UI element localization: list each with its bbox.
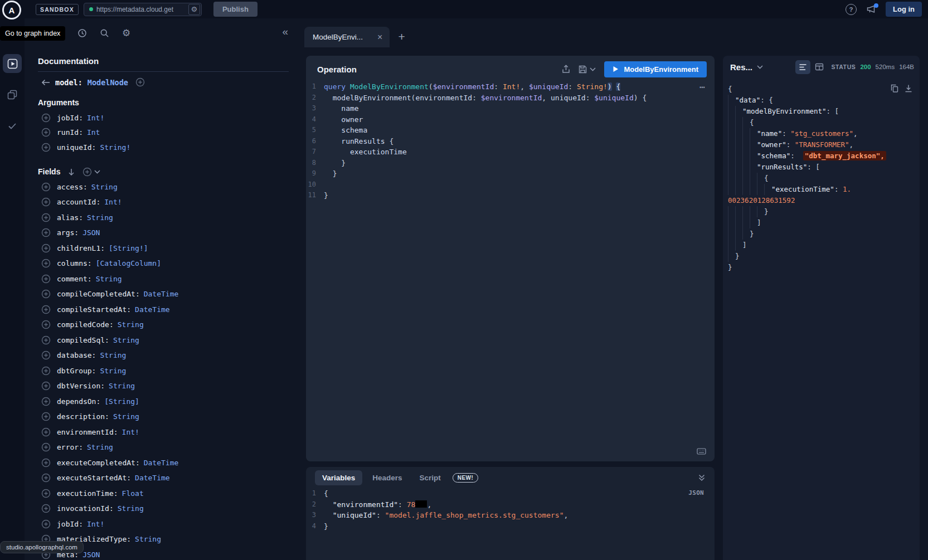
add-to-operation-icon[interactable]: [41, 213, 51, 222]
add-to-operation-icon[interactable]: [41, 519, 51, 529]
tab-variables[interactable]: Variables: [315, 470, 362, 485]
doc-field-row[interactable]: compiledCode:String: [41, 317, 289, 333]
field-type[interactable]: String: [113, 336, 139, 344]
add-to-operation-icon[interactable]: [41, 427, 51, 437]
field-type[interactable]: JSON: [82, 228, 100, 237]
add-to-operation-icon[interactable]: [41, 442, 51, 452]
add-to-operation-icon[interactable]: [41, 320, 51, 329]
tab-headers[interactable]: Headers: [365, 470, 409, 485]
sort-fields-icon[interactable]: [67, 168, 75, 176]
field-type[interactable]: String: [96, 275, 122, 283]
checklist-icon[interactable]: [3, 116, 22, 135]
field-type[interactable]: Int!: [87, 114, 104, 122]
field-type[interactable]: [CatalogColumn]: [96, 259, 161, 267]
doc-argument-row[interactable]: uniqueId:String!: [41, 140, 289, 155]
field-type[interactable]: [String!]: [109, 244, 148, 252]
tab-modelbyenvironment[interactable]: ModelByEnvi... ×: [304, 27, 390, 47]
add-to-operation-icon[interactable]: [41, 473, 51, 483]
field-type[interactable]: String!: [100, 143, 130, 152]
field-type[interactable]: String: [113, 412, 139, 421]
field-type[interactable]: String: [135, 535, 161, 543]
field-type[interactable]: Int!: [104, 198, 122, 206]
new-tab-button[interactable]: +: [398, 31, 405, 42]
doc-field-row[interactable]: invocationId:String: [41, 501, 289, 517]
field-type[interactable]: String: [87, 213, 113, 222]
doc-field-row[interactable]: dbtGroup:String: [41, 363, 289, 379]
doc-field-row[interactable]: access:String: [41, 179, 289, 195]
doc-field-row[interactable]: compiledSql:String: [41, 333, 289, 348]
endpoint-url-field[interactable]: https://metadata.cloud.get ⚙: [84, 3, 202, 16]
schema-icon[interactable]: [3, 85, 22, 104]
doc-argument-row[interactable]: runId:Int: [41, 125, 289, 140]
announcements-button[interactable]: [866, 5, 876, 13]
add-all-fields-button[interactable]: [82, 167, 100, 177]
add-to-operation-icon[interactable]: [41, 335, 51, 345]
add-to-operation-icon[interactable]: [41, 350, 51, 360]
run-operation-button[interactable]: ModelByEnvironment: [604, 61, 707, 77]
add-to-operation-icon[interactable]: [41, 182, 51, 192]
doc-field-row[interactable]: executeCompletedAt:DateTime: [41, 455, 289, 471]
add-to-operation-icon[interactable]: [41, 113, 51, 123]
copy-response-icon[interactable]: [891, 84, 898, 92]
doc-argument-row[interactable]: jobId:Int!: [41, 110, 289, 125]
doc-field-row[interactable]: compileStartedAt:DateTime: [41, 302, 289, 318]
add-to-operation-icon[interactable]: [41, 458, 51, 468]
add-to-operation-icon[interactable]: [41, 143, 51, 152]
field-type[interactable]: Int: [87, 128, 100, 137]
field-type[interactable]: JSON: [82, 551, 100, 559]
doc-field-row[interactable]: childrenL1:[String!]: [41, 241, 289, 256]
add-to-operation-icon[interactable]: [41, 197, 51, 207]
save-menu-chevron-icon[interactable]: [590, 67, 596, 71]
add-to-operation-icon[interactable]: [41, 305, 51, 314]
help-button[interactable]: ?: [846, 4, 857, 15]
field-type[interactable]: Int!: [122, 428, 139, 436]
doc-field-row[interactable]: description:String: [41, 409, 289, 425]
settings-icon[interactable]: ⚙: [122, 28, 130, 38]
add-to-operation-icon[interactable]: [41, 259, 51, 268]
close-tab-icon[interactable]: ×: [377, 33, 382, 42]
doc-field-row[interactable]: environmentId:Int!: [41, 425, 289, 440]
field-type[interactable]: Int!: [87, 520, 104, 528]
login-button[interactable]: Log in: [886, 2, 922, 17]
format-view-button[interactable]: [795, 60, 810, 74]
field-type[interactable]: String: [118, 320, 144, 329]
doc-field-row[interactable]: compileCompletedAt:DateTime: [41, 286, 289, 302]
add-type-icon[interactable]: [135, 77, 145, 87]
doc-field-row[interactable]: error:String: [41, 440, 289, 455]
field-type[interactable]: DateTime: [135, 305, 170, 314]
history-icon[interactable]: [77, 28, 87, 38]
field-type[interactable]: DateTime: [144, 459, 179, 467]
keyboard-shortcuts-icon[interactable]: [697, 447, 706, 455]
add-to-operation-icon[interactable]: [41, 289, 51, 299]
field-type[interactable]: Float: [122, 489, 144, 498]
add-to-operation-icon[interactable]: [41, 128, 51, 137]
doc-field-row[interactable]: executionTime:Float: [41, 486, 289, 501]
add-to-operation-icon[interactable]: [41, 397, 51, 406]
field-type[interactable]: String: [109, 382, 135, 390]
back-icon[interactable]: [41, 79, 50, 86]
add-to-operation-icon[interactable]: [41, 366, 51, 376]
editor-menu-icon[interactable]: ⋯: [699, 81, 706, 92]
share-operation-icon[interactable]: [562, 65, 570, 74]
add-to-operation-icon[interactable]: [41, 504, 51, 513]
table-view-button[interactable]: [815, 63, 824, 71]
add-to-operation-icon[interactable]: [41, 228, 51, 237]
doc-field-row[interactable]: dbtVersion:String: [41, 378, 289, 394]
add-to-operation-icon[interactable]: [41, 244, 51, 253]
field-type[interactable]: DateTime: [135, 474, 170, 482]
tab-script[interactable]: Script: [412, 470, 448, 485]
doc-field-row[interactable]: dependsOn:[String]: [41, 394, 289, 410]
response-menu-chevron-icon[interactable]: [757, 65, 763, 69]
doc-field-row[interactable]: executeStartedAt:DateTime: [41, 470, 289, 486]
connection-settings-icon[interactable]: ⚙: [188, 4, 200, 15]
field-type[interactable]: String: [118, 504, 144, 513]
breadcrumb-type[interactable]: ModelNode: [88, 78, 128, 87]
field-type[interactable]: String: [100, 351, 126, 359]
add-to-operation-icon[interactable]: [41, 412, 51, 421]
doc-field-row[interactable]: alias:String: [41, 210, 289, 226]
doc-field-row[interactable]: accountId:Int!: [41, 194, 289, 210]
download-response-icon[interactable]: [905, 84, 912, 92]
doc-field-row[interactable]: columns:[CatalogColumn]: [41, 256, 289, 271]
operation-editor[interactable]: 1query ModelByEnvironment($environmentId…: [306, 79, 715, 461]
doc-field-row[interactable]: database:String: [41, 348, 289, 363]
